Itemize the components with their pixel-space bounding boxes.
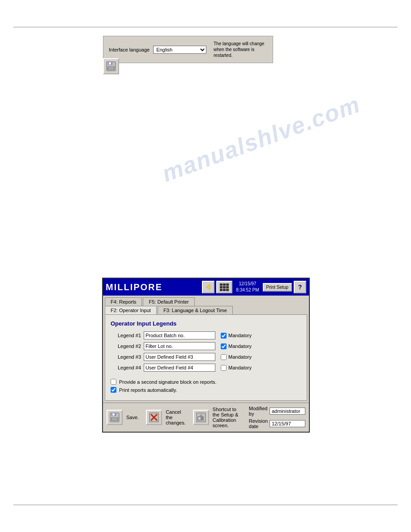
second-signature-row: Provide a second signature block on repo… — [111, 379, 301, 385]
interface-language-section: Interface language English The language … — [103, 36, 273, 63]
svg-rect-17 — [198, 417, 201, 420]
modified-section: Modified by administrator Revision date … — [249, 406, 305, 429]
svg-rect-2 — [109, 62, 111, 64]
mandatory-3-checkbox[interactable] — [221, 354, 227, 360]
cancel-label: Cancel the changes. — [166, 409, 186, 425]
svg-rect-10 — [112, 418, 117, 420]
revision-date-key: Revision date — [249, 418, 268, 429]
mandatory-2-label: Mandatory — [228, 343, 252, 349]
mandatory-3-check: Mandatory — [221, 354, 252, 360]
tab-row-1: F4: Reports F5: Default Printer — [103, 296, 309, 306]
title-bar-center: 12/15/97 8:34:52 PM Print Setup ? — [202, 281, 306, 293]
language-note: The language will change when the softwa… — [214, 41, 267, 58]
save-label: Save. — [126, 415, 139, 420]
second-signature-label: Provide a second signature block on repo… — [119, 379, 217, 385]
second-signature-checkbox[interactable] — [111, 379, 116, 385]
print-setup-button[interactable]: Print Setup — [263, 283, 292, 292]
datetime-display: 12/15/97 8:34:52 PM — [234, 281, 261, 293]
save-button-top[interactable] — [103, 58, 119, 74]
language-box: Interface language English The language … — [103, 36, 273, 63]
bottom-rule — [13, 505, 398, 505]
title-bar: MILLIPORE 12/15/97 8:34:52 PM Print Setu… — [103, 279, 309, 296]
back-arrow-icon — [205, 283, 212, 291]
floppy-icon — [106, 61, 116, 72]
tab-row-2: F2: Operator Input F3: Language & Logout… — [103, 306, 309, 314]
time-text: 8:34:52 PM — [236, 287, 259, 293]
print-auto-checkbox[interactable] — [111, 387, 116, 393]
legend-1-input[interactable] — [144, 331, 215, 339]
top-rule — [13, 27, 398, 27]
print-auto-row: Print reports automatically. — [111, 387, 301, 393]
title-bar-left: MILLIPORE — [106, 282, 163, 292]
tab-operator-input[interactable]: F2: Operator Input — [105, 306, 157, 314]
mandatory-1-check: Mandatory — [221, 333, 252, 339]
date-text: 12/15/97 — [236, 281, 259, 287]
mandatory-1-label: Mandatory — [228, 333, 252, 338]
modified-by-row: Modified by administrator — [249, 406, 305, 416]
mandatory-2-checkbox[interactable] — [221, 343, 227, 349]
language-label: Interface language — [109, 47, 150, 52]
app-window: MILLIPORE 12/15/97 8:34:52 PM Print Setu… — [102, 278, 310, 433]
shortcut-icon — [196, 412, 206, 423]
legend-2-input[interactable] — [144, 342, 215, 350]
brand-text: MILLIPORE — [106, 282, 163, 292]
print-auto-label: Print reports automatically. — [119, 387, 177, 393]
mandatory-3-label: Mandatory — [228, 354, 252, 360]
back-button[interactable] — [202, 281, 214, 293]
svg-rect-4 — [108, 67, 114, 69]
legend-3-input[interactable] — [144, 353, 215, 361]
tab-default-printer[interactable]: F5: Default Printer — [143, 297, 194, 306]
legend-row-2: Legend #2 Mandatory — [111, 342, 301, 350]
grid-button[interactable] — [216, 281, 232, 293]
legend-4-input[interactable] — [144, 364, 215, 372]
bottom-toolbar: Save. Cancel the changes. Shortcut to th… — [103, 403, 309, 432]
legend-2-label: Legend #2 — [111, 343, 141, 349]
modified-by-value: administrator — [270, 408, 305, 415]
save-button[interactable] — [107, 410, 123, 425]
mandatory-2-check: Mandatory — [221, 343, 252, 349]
help-button[interactable]: ? — [294, 281, 306, 293]
legend-1-label: Legend #1 — [111, 333, 141, 338]
svg-marker-5 — [206, 284, 210, 290]
mandatory-4-checkbox[interactable] — [221, 365, 227, 371]
svg-rect-8 — [112, 413, 115, 416]
modified-by-key: Modified by — [249, 406, 268, 416]
legend-row-4: Legend #4 Mandatory — [111, 364, 301, 372]
shortcut-button[interactable] — [193, 410, 209, 425]
revision-date-value: 12/15/97 — [270, 420, 305, 427]
tab-language-logout[interactable]: F3: Language & Logout Time — [158, 306, 233, 314]
legend-row-3: Legend #3 Mandatory — [111, 353, 301, 361]
language-select[interactable]: English — [153, 46, 206, 54]
legend-4-label: Legend #4 — [111, 365, 141, 370]
mandatory-1-checkbox[interactable] — [221, 333, 227, 339]
cancel-button[interactable] — [146, 410, 162, 425]
watermark: manualshlve.com — [158, 90, 364, 187]
cancel-icon — [149, 412, 159, 423]
tab-reports[interactable]: F4: Reports — [105, 297, 142, 306]
content-area: Operator Input Legends Legend #1 Mandato… — [105, 314, 307, 401]
content-title: Operator Input Legends — [111, 320, 301, 327]
legend-row-1: Legend #1 Mandatory — [111, 331, 301, 339]
check-section: Provide a second signature block on repo… — [111, 376, 301, 393]
mandatory-4-label: Mandatory — [228, 365, 252, 370]
revision-date-row: Revision date 12/15/97 — [249, 418, 305, 429]
mandatory-4-check: Mandatory — [221, 365, 252, 371]
save-floppy-icon — [109, 412, 120, 423]
grid-icon — [220, 283, 229, 291]
legend-3-label: Legend #3 — [111, 354, 141, 360]
shortcut-label: Shortcut to the Setup & Calibration scre… — [213, 407, 242, 428]
